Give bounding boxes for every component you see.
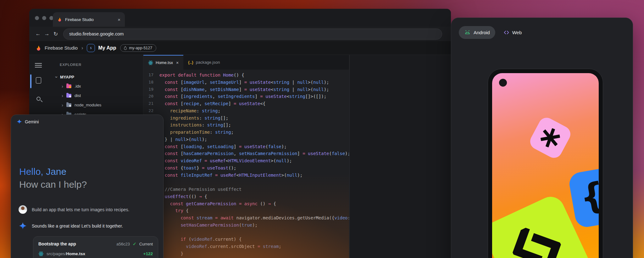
code-line: 23 ingredients: string[]; [143,115,349,122]
files-icon[interactable] [34,76,43,85]
react-icon [38,251,44,256]
chevron-right-icon: › [62,93,63,98]
gemini-header: Gemini [17,119,39,124]
code-editor[interactable]: 17export default function Home() {18 con… [143,70,349,258]
code-line: 18 const [imageUrl, setImageUrl] = useSt… [143,79,349,86]
file-path-prefix: src/pages/ [47,251,66,256]
page-background: Firebase Studio × ← → ↻ studio.firebase.… [0,0,644,258]
tree-root[interactable]: › MYAPP [47,73,143,81]
status-badge: Current [139,242,153,246]
phone-screen[interactable]: { [492,73,599,258]
device-toggle: Android Web [459,26,522,39]
greeting-line-1: Hello, Jane [19,165,87,178]
tab-package-json[interactable]: {..} package.json [183,55,225,70]
code-line: 21 const [recipe, setRecipe] = useState<… [143,100,349,107]
browser-tab-strip: Firebase Studio × [29,9,451,27]
react-icon [148,60,153,65]
device-tab-android[interactable]: Android [459,26,495,39]
greeting: Hello, Jane How can I help? [19,165,87,191]
tab-close-icon[interactable]: × [176,60,179,65]
code-line: 27 const [loading, setLoading] = useStat… [143,143,349,150]
tree-root-label: MYAPP [60,75,74,79]
code-line: 17export default function Home() { [143,72,349,79]
commit-hash: a56c23 [116,242,130,246]
folder-icon [66,103,71,107]
code-line: 36 try { [143,207,349,214]
code-line: 24 instructions: string[]; [143,121,349,129]
brace-tile: { [568,165,599,229]
code-line: 31 const fileInputRef = useRef<HTMLInput… [143,172,349,179]
tab-close-icon[interactable]: × [118,17,120,22]
chevron-right-icon: › [62,102,63,108]
chevron-right-icon: › [62,83,63,89]
tree-item-label: dist [75,93,81,98]
braces-icon: {..} [188,60,193,65]
browser-toolbar: ← → ↻ studio.firebase.google.com [29,27,451,41]
search-icon[interactable] [34,94,43,103]
phone-mockup: { [488,69,603,258]
card-title: Bootstrap the app [38,241,76,246]
menu-icon[interactable] [34,61,43,70]
device-tab-web[interactable]: Web [503,30,522,35]
code-line: 25 preparationTime: string; [143,129,349,136]
tab-label: Home.tsx [156,60,173,65]
tree-item-label: .idx [75,84,81,89]
active-view-indicator [30,74,31,88]
greeting-line-2: How can I help? [19,178,87,191]
droplet-icon [123,46,127,50]
editor-tab-bar: Home.tsx × {..} package.json [143,55,349,70]
window-controls[interactable] [35,16,53,20]
code-line: 40 if (videoRef.current) { [143,236,349,243]
preview-panel: Android Web { [451,18,633,258]
window-close-button[interactable] [35,16,39,20]
brand-name: Firebase Studio [45,45,78,51]
line-number: 17 [143,72,153,79]
code-line: 32 [143,179,349,186]
file-tree: › MYAPP ›.idx›dist›node_modules›scripts [47,73,143,119]
editor-area: Home.tsx × {..} package.json 17export de… [143,55,349,258]
user-message-text: Build an app that lets me turn images in… [32,207,130,212]
curly-brace-icon: { [577,174,599,219]
browser-tab-title: Firebase Studio [65,17,94,22]
back-icon[interactable]: ← [34,31,42,37]
gemini-title: Gemini [25,119,39,124]
window-minimize-button[interactable] [42,16,46,20]
browser-tab[interactable]: Firebase Studio × [53,12,125,27]
url-text: studio.firebase.google.com [69,31,124,36]
user-message: Build an app that lets me turn images in… [19,205,130,214]
gemini-icon [17,119,22,124]
code-line: 20 const [ingredients, setIngredients] =… [143,93,349,100]
code-line: 37 const stream = await navigator.mediaD… [143,214,349,222]
line-number: 20 [143,93,153,100]
line-number: 18 [143,79,153,86]
code-line: 33 //Camera Permission useEffect [143,186,349,193]
code-line: 34 useEffect(() ⇒ { [143,193,349,200]
tree-item[interactable]: ›node_modules [47,100,143,110]
forward-icon[interactable]: → [42,31,51,37]
app-name[interactable]: My App [98,45,116,51]
tree-item-label: node_modules [75,103,101,107]
tree-item[interactable]: ›.idx [47,81,143,91]
url-bar[interactable]: studio.firebase.google.com [63,29,442,40]
explorer-title: EXPLORER [60,63,81,67]
gemini-icon [19,222,27,230]
chevron-down-icon: › [54,76,59,78]
firebase-logo-icon [36,45,42,51]
code-line: 41 videoRef.current.srcObject = stream; [143,243,349,250]
code-line: 29 const videoRef = useRef<HTMLVideoElem… [143,157,349,164]
code-line: 28 const [hasCameraPermission, setHasCam… [143,150,349,157]
assistant-message-text: Sounds like a great idea! Let’s build it… [32,223,123,228]
code-line: 19 const [dishName, setDishName] = useSt… [143,86,349,93]
reload-icon[interactable]: ↻ [51,31,60,37]
env-badge[interactable]: my-app-5127 [120,44,157,52]
code-brackets-icon [503,30,509,35]
tree-item[interactable]: ›dist [47,91,143,100]
bootstrap-card[interactable]: Bootstrap the app a56c23 ✓ Current src/p… [33,236,158,258]
code-line: 30 const {toast} = useToast(); [143,164,349,172]
asterisk-tile [527,115,573,161]
asterisk-icon [537,125,563,151]
tab-home-tsx[interactable]: Home.tsx × [143,55,183,70]
app-icon [87,44,95,52]
folder-icon [66,84,71,88]
camera-punch-hole [499,79,507,87]
